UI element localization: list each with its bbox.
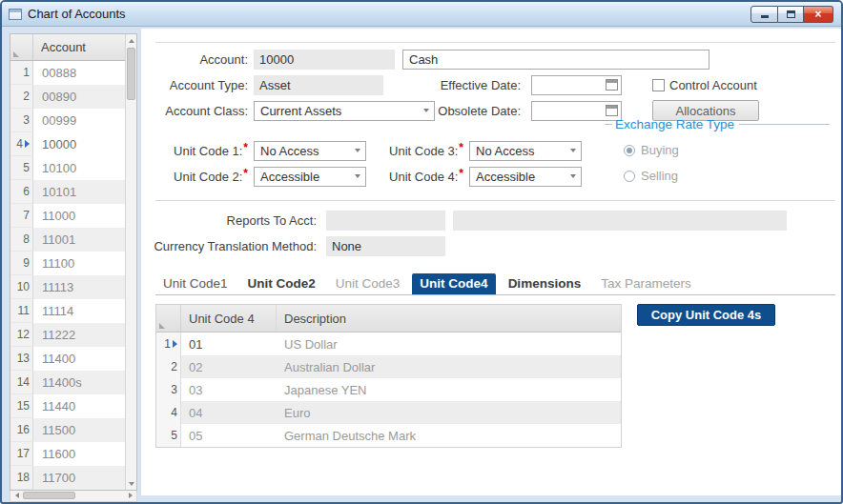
account-row[interactable]: 2 00890 xyxy=(10,85,125,109)
unit-code-cell[interactable]: 04 xyxy=(181,401,277,424)
title-bar[interactable]: Chart of Accounts × xyxy=(2,2,841,27)
row-number-cell: 1 xyxy=(156,333,181,355)
unit-code4-column-header[interactable]: Unit Code 4 xyxy=(181,305,277,332)
account-cell[interactable]: 10000 xyxy=(33,132,125,156)
account-row[interactable]: 11 11114 xyxy=(10,299,125,323)
unit-code-cell[interactable]: 03 xyxy=(181,378,277,401)
account-cell[interactable]: 11700 xyxy=(33,466,125,490)
close-button[interactable]: × xyxy=(804,6,833,23)
scroll-down-arrow[interactable] xyxy=(126,477,136,490)
account-cell[interactable]: 00890 xyxy=(33,85,125,109)
account-row[interactable]: 8 11001 xyxy=(10,228,125,252)
account-cell[interactable]: 11400 xyxy=(33,347,125,371)
account-row[interactable]: 4 10000 xyxy=(10,132,125,156)
account-column-header[interactable]: Account xyxy=(33,34,125,60)
unit-code4-row[interactable]: 4 04 Euro xyxy=(156,401,621,424)
unit-code4-row[interactable]: 3 03 Japanese YEN xyxy=(156,378,621,401)
restore-button[interactable] xyxy=(778,6,804,23)
chevron-down-icon[interactable] xyxy=(350,142,365,160)
account-row[interactable]: 13 11400 xyxy=(10,347,125,371)
account-row[interactable]: 15 11440 xyxy=(10,394,125,418)
account-row[interactable]: 10 11113 xyxy=(10,275,125,299)
radio-selected-icon[interactable] xyxy=(624,145,635,156)
selling-radio[interactable]: Selling xyxy=(624,169,830,183)
tab-unit-code2[interactable]: Unit Code2 xyxy=(240,273,323,294)
description-cell[interactable]: Euro xyxy=(277,401,621,424)
chevron-down-icon[interactable] xyxy=(419,102,434,120)
account-cell[interactable]: 10100 xyxy=(33,156,125,180)
account-row[interactable]: 7 11000 xyxy=(10,204,125,228)
unit-code4-row[interactable]: 1 01 US Dollar xyxy=(156,333,621,355)
account-cell[interactable]: 11001 xyxy=(33,228,125,252)
calendar-icon[interactable] xyxy=(606,105,618,116)
account-name-input[interactable]: Cash xyxy=(402,50,709,70)
account-cell[interactable]: 11600 xyxy=(33,442,125,466)
account-row[interactable]: 14 11400s xyxy=(10,371,125,394)
scroll-up-arrow[interactable] xyxy=(126,34,136,47)
unit-code4-dropdown[interactable]: Accessible xyxy=(469,167,582,187)
effective-date-input[interactable] xyxy=(531,75,622,95)
minimize-button[interactable] xyxy=(750,6,778,23)
grid-corner-cell[interactable] xyxy=(10,34,33,60)
account-row[interactable]: 12 11222 xyxy=(10,323,125,347)
account-cell[interactable]: 11114 xyxy=(33,299,125,323)
calendar-icon[interactable] xyxy=(606,79,618,91)
tab-unit-code1[interactable]: Unit Code1 xyxy=(155,273,236,294)
account-cell[interactable]: 11500 xyxy=(33,418,125,442)
account-cell[interactable]: 11400s xyxy=(33,371,125,394)
tab-unit-code4[interactable]: Unit Code4 xyxy=(412,273,495,294)
chevron-down-icon[interactable] xyxy=(565,168,581,186)
description-cell[interactable]: German Deutsche Mark xyxy=(277,424,621,447)
scroll-left-arrow[interactable] xyxy=(10,491,23,500)
tab-unit-code3[interactable]: Unit Code3 xyxy=(328,273,408,294)
sidebar-horizontal-scrollbar[interactable] xyxy=(10,491,137,502)
tab-tax-parameters[interactable]: Tax Parameters xyxy=(593,273,699,294)
scroll-right-arrow[interactable] xyxy=(124,491,136,500)
account-cell[interactable]: 11113 xyxy=(33,275,125,299)
description-cell[interactable]: US Dollar xyxy=(277,333,621,355)
account-cell[interactable]: 11440 xyxy=(33,394,125,418)
unit-code2-dropdown[interactable]: Accessible xyxy=(254,167,366,187)
account-row[interactable]: 1 00888 xyxy=(10,61,125,85)
row-number-cell: 13 xyxy=(10,347,33,371)
buying-radio[interactable]: Buying xyxy=(624,143,830,157)
unit-code-cell[interactable]: 05 xyxy=(181,424,277,447)
control-account-checkbox[interactable]: Control Account xyxy=(652,78,757,92)
checkbox-icon[interactable] xyxy=(652,79,665,91)
account-cell[interactable]: 11000 xyxy=(33,204,125,228)
description-column-header[interactable]: Description xyxy=(277,305,621,332)
unit-code-cell[interactable]: 01 xyxy=(181,333,277,355)
chevron-down-icon[interactable] xyxy=(350,168,365,186)
horizontal-scroll-thumb[interactable] xyxy=(23,492,75,499)
unit-code3-dropdown[interactable]: No Access xyxy=(469,141,582,161)
account-class-dropdown[interactable]: Current Assets xyxy=(254,101,435,121)
account-row[interactable]: 3 00999 xyxy=(10,109,125,132)
copy-unit-code4s-button[interactable]: Copy Unit Code 4s xyxy=(637,304,775,326)
description-cell[interactable]: Japanese YEN xyxy=(277,378,621,401)
radio-unselected-icon[interactable] xyxy=(624,171,635,182)
sidebar-vertical-scrollbar[interactable] xyxy=(125,34,136,490)
account-row[interactable]: 5 10100 xyxy=(10,156,125,180)
unit-code4-row[interactable]: 5 05 German Deutsche Mark xyxy=(156,424,621,447)
account-row[interactable]: 9 11100 xyxy=(10,252,125,275)
unit-code4-row[interactable]: 2 02 Australian Dollar xyxy=(156,355,621,378)
account-cell[interactable]: 00888 xyxy=(33,61,125,85)
account-row[interactable]: 16 11500 xyxy=(10,418,125,442)
account-cell[interactable]: 11100 xyxy=(33,252,125,275)
account-cell[interactable]: 00999 xyxy=(33,109,125,132)
unit-code-cell[interactable]: 02 xyxy=(181,355,277,378)
account-row[interactable]: 6 10101 xyxy=(10,180,125,204)
tab-dimensions[interactable]: Dimensions xyxy=(501,273,589,294)
chevron-down-icon[interactable] xyxy=(565,142,581,160)
vertical-scroll-thumb[interactable] xyxy=(127,48,135,100)
row-number-cell: 4 xyxy=(156,401,181,424)
grid-corner-cell[interactable] xyxy=(156,305,181,332)
unit-code1-dropdown[interactable]: No Access xyxy=(254,141,366,161)
divider-top xyxy=(155,42,835,43)
account-row[interactable]: 18 11700 xyxy=(10,466,125,490)
unit-code3-label: Unit Code 3:* xyxy=(374,144,469,158)
description-cell[interactable]: Australian Dollar xyxy=(277,355,621,378)
account-row[interactable]: 17 11600 xyxy=(10,442,125,466)
account-cell[interactable]: 11222 xyxy=(33,323,125,347)
account-cell[interactable]: 10101 xyxy=(33,180,125,204)
